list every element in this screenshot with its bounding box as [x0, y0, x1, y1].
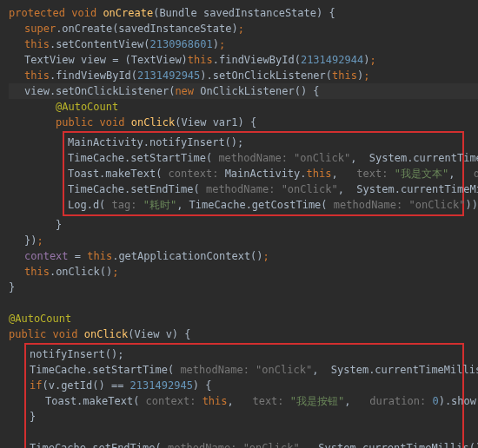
code-line: TimeCache.setEndTime( methodName: "onCli… [68, 181, 459, 197]
code-line: } [9, 217, 478, 233]
code-line: view.setOnClickListener(new OnClickListe… [9, 83, 478, 99]
blank-line [30, 425, 459, 440]
code-line: Toast.makeText( context: MainActivity.th… [68, 166, 459, 181]
code-line: Toast.makeText( context: this, text: "我是… [30, 393, 459, 409]
code-line: TextView view = (TextView)this.findViewB… [9, 52, 478, 68]
code-line: this.setContentView(2130968601); [9, 36, 478, 52]
code-line: TimeCache.setEndTime( methodName: "onCli… [30, 440, 459, 448]
code-line: notifyInsert(); [30, 346, 459, 362]
code-line: public void onClick(View v) { [9, 326, 478, 342]
code-line: context = this.getApplicationContext(); [9, 248, 478, 264]
blank-line [9, 295, 478, 311]
code-line: protected void onCreate(Bundle savedInst… [9, 5, 478, 21]
code-line: public void onClick(View var1) { [9, 115, 478, 130]
code-line: this.findViewById(2131492945).setOnClick… [9, 68, 478, 83]
code-line: super.onCreate(savedInstanceState); [9, 21, 478, 36]
code-line: TimeCache.setStartTime( methodName: "onC… [30, 362, 459, 378]
code-line: }); [9, 233, 478, 248]
code-line: TimeCache.setStartTime( methodName: "onC… [68, 150, 459, 166]
code-line: MainActivity.notifyInsert(); [68, 135, 459, 150]
code-line: if(v.getId() == 2131492945) { [30, 378, 459, 393]
highlight-box-2: notifyInsert(); TimeCache.setStartTime( … [24, 343, 464, 448]
highlight-box-1: MainActivity.notifyInsert(); TimeCache.s… [63, 131, 464, 216]
code-line: } [30, 409, 459, 425]
code-line: @AutoCount [9, 311, 478, 326]
code-line: Log.d( tag: "耗时", TimeCache.getCostTime(… [68, 197, 459, 213]
code-editor[interactable]: protected void onCreate(Bundle savedInst… [9, 5, 478, 448]
code-line: @AutoCount [9, 99, 478, 115]
code-line: this.onClick(); [9, 264, 478, 280]
code-line: } [9, 280, 478, 295]
